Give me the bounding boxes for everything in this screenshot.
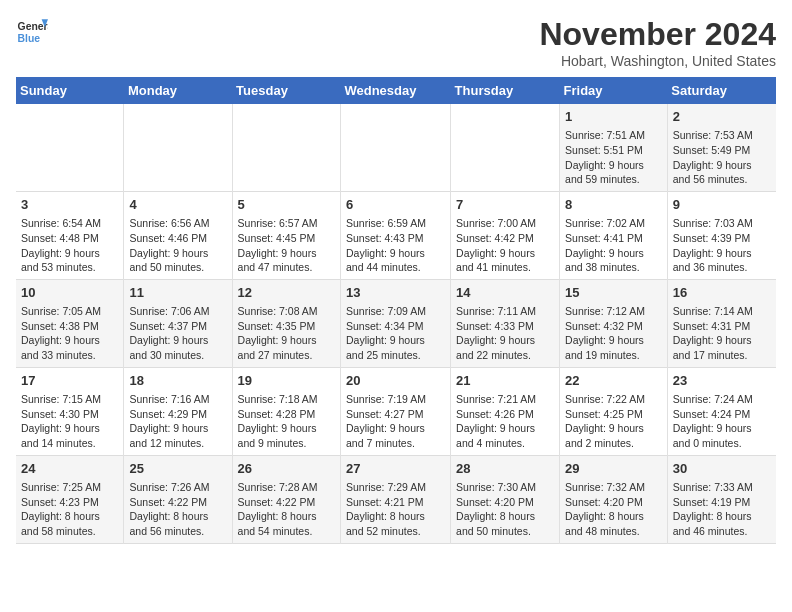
day-cell-5-3: 26Sunrise: 7:28 AM Sunset: 4:22 PM Dayli… [232,455,340,543]
day-cell-2-3: 5Sunrise: 6:57 AM Sunset: 4:45 PM Daylig… [232,191,340,279]
day-info: Sunrise: 7:19 AM Sunset: 4:27 PM Dayligh… [346,392,445,451]
day-cell-2-1: 3Sunrise: 6:54 AM Sunset: 4:48 PM Daylig… [16,191,124,279]
day-cell-5-7: 30Sunrise: 7:33 AM Sunset: 4:19 PM Dayli… [667,455,776,543]
day-cell-2-7: 9Sunrise: 7:03 AM Sunset: 4:39 PM Daylig… [667,191,776,279]
day-number: 24 [21,460,118,478]
day-number: 19 [238,372,335,390]
day-info: Sunrise: 7:53 AM Sunset: 5:49 PM Dayligh… [673,128,771,187]
column-header-wednesday: Wednesday [340,77,450,104]
logo-icon: General Blue [16,16,48,48]
svg-text:Blue: Blue [18,33,41,44]
day-number: 25 [129,460,226,478]
week-row-3: 10Sunrise: 7:05 AM Sunset: 4:38 PM Dayli… [16,279,776,367]
week-row-4: 17Sunrise: 7:15 AM Sunset: 4:30 PM Dayli… [16,367,776,455]
day-cell-1-1 [16,104,124,191]
day-number: 29 [565,460,662,478]
day-number: 30 [673,460,771,478]
day-info: Sunrise: 7:26 AM Sunset: 4:22 PM Dayligh… [129,480,226,539]
day-number: 20 [346,372,445,390]
day-number: 27 [346,460,445,478]
day-number: 17 [21,372,118,390]
column-header-thursday: Thursday [451,77,560,104]
day-cell-5-2: 25Sunrise: 7:26 AM Sunset: 4:22 PM Dayli… [124,455,232,543]
day-cell-4-2: 18Sunrise: 7:16 AM Sunset: 4:29 PM Dayli… [124,367,232,455]
day-info: Sunrise: 7:14 AM Sunset: 4:31 PM Dayligh… [673,304,771,363]
day-info: Sunrise: 7:15 AM Sunset: 4:30 PM Dayligh… [21,392,118,451]
day-info: Sunrise: 7:30 AM Sunset: 4:20 PM Dayligh… [456,480,554,539]
day-cell-4-1: 17Sunrise: 7:15 AM Sunset: 4:30 PM Dayli… [16,367,124,455]
day-number: 4 [129,196,226,214]
day-cell-3-2: 11Sunrise: 7:06 AM Sunset: 4:37 PM Dayli… [124,279,232,367]
day-cell-4-7: 23Sunrise: 7:24 AM Sunset: 4:24 PM Dayli… [667,367,776,455]
week-row-5: 24Sunrise: 7:25 AM Sunset: 4:23 PM Dayli… [16,455,776,543]
day-info: Sunrise: 6:54 AM Sunset: 4:48 PM Dayligh… [21,216,118,275]
day-info: Sunrise: 7:08 AM Sunset: 4:35 PM Dayligh… [238,304,335,363]
day-number: 23 [673,372,771,390]
day-number: 11 [129,284,226,302]
column-header-sunday: Sunday [16,77,124,104]
calendar-table: SundayMondayTuesdayWednesdayThursdayFrid… [16,77,776,544]
day-info: Sunrise: 7:00 AM Sunset: 4:42 PM Dayligh… [456,216,554,275]
day-number: 22 [565,372,662,390]
day-number: 10 [21,284,118,302]
day-info: Sunrise: 7:21 AM Sunset: 4:26 PM Dayligh… [456,392,554,451]
day-cell-4-5: 21Sunrise: 7:21 AM Sunset: 4:26 PM Dayli… [451,367,560,455]
day-cell-5-5: 28Sunrise: 7:30 AM Sunset: 4:20 PM Dayli… [451,455,560,543]
day-info: Sunrise: 7:29 AM Sunset: 4:21 PM Dayligh… [346,480,445,539]
day-cell-2-4: 6Sunrise: 6:59 AM Sunset: 4:43 PM Daylig… [340,191,450,279]
day-info: Sunrise: 7:22 AM Sunset: 4:25 PM Dayligh… [565,392,662,451]
day-number: 3 [21,196,118,214]
day-info: Sunrise: 7:11 AM Sunset: 4:33 PM Dayligh… [456,304,554,363]
day-info: Sunrise: 7:32 AM Sunset: 4:20 PM Dayligh… [565,480,662,539]
day-cell-3-3: 12Sunrise: 7:08 AM Sunset: 4:35 PM Dayli… [232,279,340,367]
day-cell-1-4 [340,104,450,191]
day-cell-1-3 [232,104,340,191]
header-row: SundayMondayTuesdayWednesdayThursdayFrid… [16,77,776,104]
day-number: 6 [346,196,445,214]
day-info: Sunrise: 7:05 AM Sunset: 4:38 PM Dayligh… [21,304,118,363]
page-header: General Blue November 2024 Hobart, Washi… [16,16,776,69]
day-info: Sunrise: 6:57 AM Sunset: 4:45 PM Dayligh… [238,216,335,275]
day-cell-2-5: 7Sunrise: 7:00 AM Sunset: 4:42 PM Daylig… [451,191,560,279]
day-info: Sunrise: 7:25 AM Sunset: 4:23 PM Dayligh… [21,480,118,539]
day-info: Sunrise: 7:02 AM Sunset: 4:41 PM Dayligh… [565,216,662,275]
day-number: 28 [456,460,554,478]
day-number: 12 [238,284,335,302]
day-number: 7 [456,196,554,214]
day-cell-5-1: 24Sunrise: 7:25 AM Sunset: 4:23 PM Dayli… [16,455,124,543]
day-number: 14 [456,284,554,302]
week-row-1: 1Sunrise: 7:51 AM Sunset: 5:51 PM Daylig… [16,104,776,191]
day-cell-4-6: 22Sunrise: 7:22 AM Sunset: 4:25 PM Dayli… [560,367,668,455]
day-info: Sunrise: 7:09 AM Sunset: 4:34 PM Dayligh… [346,304,445,363]
day-number: 2 [673,108,771,126]
day-cell-3-7: 16Sunrise: 7:14 AM Sunset: 4:31 PM Dayli… [667,279,776,367]
day-cell-5-6: 29Sunrise: 7:32 AM Sunset: 4:20 PM Dayli… [560,455,668,543]
column-header-tuesday: Tuesday [232,77,340,104]
day-info: Sunrise: 7:24 AM Sunset: 4:24 PM Dayligh… [673,392,771,451]
day-number: 1 [565,108,662,126]
day-cell-3-1: 10Sunrise: 7:05 AM Sunset: 4:38 PM Dayli… [16,279,124,367]
title-block: November 2024 Hobart, Washington, United… [539,16,776,69]
day-info: Sunrise: 7:12 AM Sunset: 4:32 PM Dayligh… [565,304,662,363]
day-info: Sunrise: 7:03 AM Sunset: 4:39 PM Dayligh… [673,216,771,275]
day-number: 15 [565,284,662,302]
day-number: 8 [565,196,662,214]
day-number: 9 [673,196,771,214]
day-info: Sunrise: 6:59 AM Sunset: 4:43 PM Dayligh… [346,216,445,275]
column-header-monday: Monday [124,77,232,104]
day-cell-1-5 [451,104,560,191]
location-subtitle: Hobart, Washington, United States [539,53,776,69]
day-info: Sunrise: 7:28 AM Sunset: 4:22 PM Dayligh… [238,480,335,539]
day-info: Sunrise: 7:33 AM Sunset: 4:19 PM Dayligh… [673,480,771,539]
logo: General Blue [16,16,48,48]
day-cell-3-4: 13Sunrise: 7:09 AM Sunset: 4:34 PM Dayli… [340,279,450,367]
day-cell-1-2 [124,104,232,191]
day-number: 26 [238,460,335,478]
day-number: 16 [673,284,771,302]
day-number: 13 [346,284,445,302]
day-cell-2-6: 8Sunrise: 7:02 AM Sunset: 4:41 PM Daylig… [560,191,668,279]
day-cell-3-5: 14Sunrise: 7:11 AM Sunset: 4:33 PM Dayli… [451,279,560,367]
month-title: November 2024 [539,16,776,53]
day-info: Sunrise: 6:56 AM Sunset: 4:46 PM Dayligh… [129,216,226,275]
day-cell-2-2: 4Sunrise: 6:56 AM Sunset: 4:46 PM Daylig… [124,191,232,279]
